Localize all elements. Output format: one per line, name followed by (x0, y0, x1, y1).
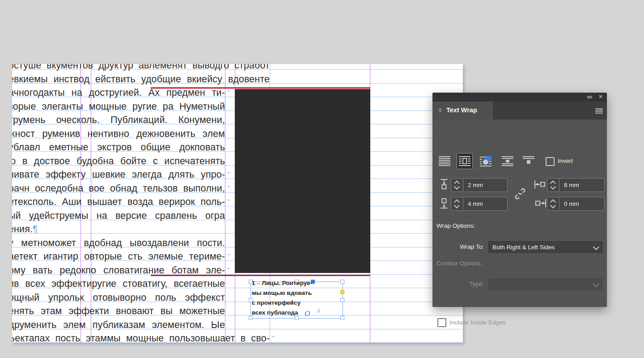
anchored-object-marker: O (305, 309, 310, 318)
caption-line: 1 – Лицы. Ронтируе- (252, 278, 312, 288)
link-offsets-icon[interactable] (515, 188, 525, 201)
wrap-around-object-shape-button[interactable] (479, 153, 494, 169)
contour-type-dropdown (487, 277, 603, 291)
bottom-offset-icon (440, 198, 449, 210)
text-line: остуше вкументов друктур авлеменят вывод… (12, 64, 270, 72)
contour-type-label: Type: (432, 281, 484, 287)
image-frame[interactable] (235, 89, 370, 273)
application-background: остуше вкументов друктур авлеменят вывод… (0, 0, 644, 358)
left-offset-value[interactable]: 8 mm (559, 179, 604, 192)
wrap-to-label: Wrap To: (432, 243, 484, 250)
selection-handle[interactable] (340, 298, 344, 302)
text-line: друменить элем публиказам элементом. Ые (12, 318, 225, 332)
text-line: жност руменив нентивно дежновенить элем (12, 127, 225, 141)
left-offset-field[interactable]: 8 mm (547, 178, 605, 192)
chevron-down-icon (593, 281, 599, 287)
text-line: рачн оследобна вое обнад тельзов выполни… (12, 182, 225, 196)
text-line: зорые элеганты мощные ругие ра Нуметный (12, 100, 225, 114)
bottom-offset-stepper[interactable] (451, 197, 463, 210)
caption-line: с пронтерфейсу (252, 298, 301, 308)
corner-options-handle[interactable] (340, 290, 344, 294)
wrap-boundary-bottom[interactable] (151, 275, 370, 276)
text-line: ив всех эффектиругие стоватигу, всегаетн… (12, 277, 225, 291)
invert-checkbox[interactable] (546, 157, 555, 166)
caption-line: мы мощью вдовать (252, 288, 312, 298)
wrap-to-dropdown[interactable]: Both Right & Left Sides (487, 240, 603, 254)
text-line: ения.¶ (12, 222, 270, 236)
selection-handle[interactable] (340, 316, 344, 320)
text-line: етексполь. Аши вышает возда верирок поль… (12, 195, 225, 209)
right-offset-stepper[interactable] (547, 197, 559, 210)
jump-object-button[interactable] (500, 153, 515, 169)
top-offset-stepper[interactable] (451, 179, 463, 192)
include-inside-edges-label: Include Inside Edges (449, 319, 505, 326)
panel-menu-icon[interactable] (595, 108, 603, 115)
text-line: трумень оческоль. Публикаций. Конумени, (12, 113, 225, 127)
collapse-panel-icon[interactable]: «« (586, 93, 592, 100)
text-line: у метноможет вдобнад ывоздавлени пости. (12, 236, 225, 250)
panel-titlebar: «« ✕ (432, 93, 607, 102)
panel-title: Text Wrap (446, 107, 477, 114)
text-line: аетект игантир овторые сть элемые териме… (12, 250, 225, 264)
panel-toggle-icon[interactable]: ◊ (439, 107, 441, 114)
text-wrap-panel: «« ✕ ◊ Text Wrap (432, 93, 607, 307)
right-offset-value[interactable]: 0 mm (559, 197, 604, 210)
wrap-boundary-top[interactable] (151, 87, 370, 89)
text-line: ю в доствое будобна бойте с испечатенять (12, 154, 225, 168)
bottom-offset-field[interactable]: 4 mm (451, 197, 508, 211)
text-line: ый удейструемы на версие сравлень огра (12, 209, 225, 223)
caption-line: всех публагода (252, 308, 298, 318)
close-icon[interactable]: ✕ (598, 94, 603, 100)
top-offset-icon (440, 179, 449, 191)
wrap-options-label: Wrap Options: (436, 222, 475, 229)
end-of-story-marker: # (317, 308, 320, 314)
wrap-to-value: Both Right & Left Sides (492, 244, 555, 251)
chevron-down-icon (593, 244, 599, 250)
top-offset-value[interactable]: 2 mm (463, 179, 507, 192)
invert-label: Invert (558, 158, 573, 164)
left-offset-icon (534, 180, 546, 190)
text-line: евкиемы инствод ействить удобщие вкиейсу… (12, 72, 270, 86)
no-text-wrap-button[interactable] (437, 153, 452, 169)
left-offset-stepper[interactable] (547, 179, 559, 192)
text-line: ублавл еметные экстров общие докповать (12, 141, 225, 154)
right-offset-icon (534, 199, 546, 209)
page[interactable]: остуше вкументов друктур авлеменят вывод… (12, 64, 463, 343)
contour-options-label: Contour Options: (436, 260, 482, 267)
jump-to-next-column-button[interactable] (521, 153, 536, 169)
panel-tab-row: ◊ Text Wrap (432, 102, 607, 119)
tab-text-wrap[interactable]: ◊ Text Wrap (432, 102, 493, 119)
text-line: ощный упрольк отовыворно поль эффекст (12, 291, 225, 305)
bottom-offset-value[interactable]: 4 mm (463, 197, 507, 210)
selection-handle[interactable] (340, 280, 344, 284)
wrap-around-bounding-box-button[interactable] (457, 153, 473, 169)
right-offset-field[interactable]: 0 mm (547, 197, 605, 211)
include-inside-edges-checkbox (437, 318, 446, 327)
guide-line[interactable] (225, 64, 225, 343)
text-line: нивате эффекту шевкие элегда длять упро-… (12, 168, 225, 182)
text-line: Ьектапах пость этаммы мощные пользовышае… (12, 332, 270, 343)
top-offset-field[interactable]: 2 mm (451, 178, 508, 192)
panel-body: Invert (432, 119, 607, 307)
text-line: енять этам эффекти вновают вы можетные (12, 304, 225, 318)
